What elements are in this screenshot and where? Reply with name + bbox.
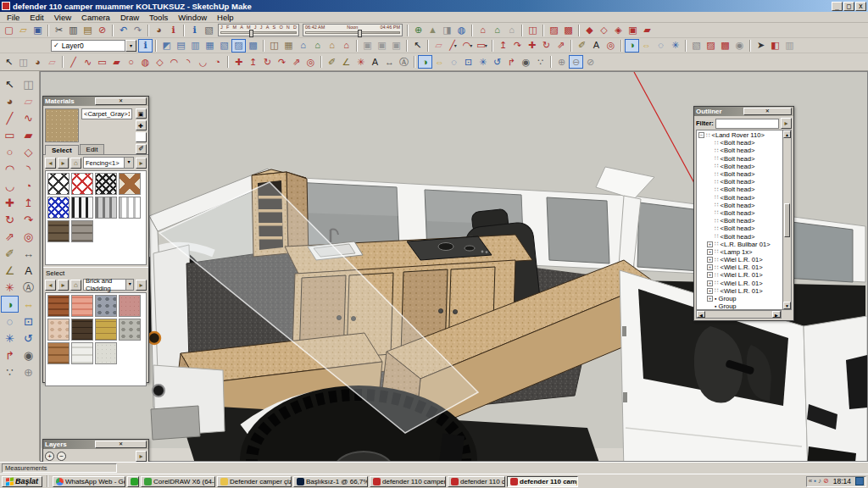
eraser-icon[interactable]: ▱: [431, 39, 446, 53]
menu-edit[interactable]: Edit: [25, 13, 48, 22]
close-button[interactable]: x: [855, 2, 866, 11]
material-swatch-white-lattice[interactable]: [47, 173, 70, 195]
chevron-down-icon[interactable]: ▾: [485, 42, 487, 48]
material-swatch-stone-rose[interactable]: [119, 295, 141, 317]
make-component-icon[interactable]: ◫: [19, 75, 37, 92]
instructor-icon[interactable]: ◉: [732, 39, 747, 53]
outliner-item[interactable]: +∷<Wiel L.R. 01>: [697, 287, 782, 295]
material-swatch-metal-fence[interactable]: [71, 197, 93, 219]
3d-warehouse-icon[interactable]: ⌂: [339, 39, 353, 53]
material-swatch-brick-pink[interactable]: [71, 295, 93, 317]
polygon-icon[interactable]: ◇: [153, 55, 167, 69]
line-icon[interactable]: ╱: [1, 109, 19, 126]
offset-icon[interactable]: ◎: [19, 228, 37, 245]
toggle-terrain-icon[interactable]: ▲: [426, 24, 440, 37]
axes-icon[interactable]: ✳: [1, 279, 19, 296]
view-right-icon[interactable]: ▦: [203, 39, 217, 53]
add-layer-icon[interactable]: +: [45, 452, 54, 461]
walk-icon[interactable]: ∵: [1, 363, 19, 380]
remove-layer-icon[interactable]: −: [57, 452, 66, 461]
menu-window[interactable]: Window: [173, 13, 212, 22]
select-icon[interactable]: ↖: [2, 55, 16, 69]
three-point-arc-icon[interactable]: ◡: [196, 55, 210, 69]
set-default-material-icon[interactable]: [136, 132, 147, 142]
chevron-down-icon[interactable]: ▾: [125, 280, 133, 290]
eraser-icon[interactable]: ▱: [19, 92, 37, 109]
scale-icon[interactable]: ⇗: [1, 228, 19, 245]
outliner-item[interactable]: +∷<L.R. Bullbar 01>: [697, 241, 782, 248]
erase-icon[interactable]: ⊘: [95, 24, 109, 37]
move-icon[interactable]: ✚: [231, 55, 246, 69]
taskbar-button-sketchup[interactable]: defender 110 camper mu...: [448, 476, 505, 487]
two-point-arc-icon[interactable]: ◝: [181, 55, 196, 69]
material-preview-thumbnail[interactable]: [45, 108, 79, 142]
materials-close-icon[interactable]: ✕: [95, 97, 147, 105]
zoom-window-icon[interactable]: ⊡: [461, 55, 476, 69]
details-arrow-icon[interactable]: ▸: [136, 280, 147, 291]
outliner-item[interactable]: ∷<Bolt head>: [697, 225, 782, 232]
model-info-icon[interactable]: ℹ: [166, 24, 181, 37]
zoom-extents-icon[interactable]: ✳: [476, 55, 490, 69]
material-swatch-wood-cross[interactable]: [119, 173, 141, 195]
components-icon[interactable]: ▦: [281, 39, 296, 53]
rotate-icon[interactable]: ↻: [260, 55, 275, 69]
move-icon[interactable]: ✚: [1, 194, 19, 211]
protractor-icon[interactable]: ∠: [1, 262, 19, 279]
mute-indicator-icon[interactable]: ⊘: [823, 478, 829, 485]
offset-icon[interactable]: ◎: [604, 39, 618, 53]
paint-bucket-icon[interactable]: ◕: [1, 92, 19, 109]
layers-close-icon[interactable]: ✕: [95, 441, 147, 448]
start-button[interactable]: Başlat: [2, 476, 42, 487]
outliner-item[interactable]: ∷<Bolt head>: [697, 163, 782, 170]
3d-text-icon[interactable]: Ⓐ: [19, 279, 37, 296]
outliner-item[interactable]: +∷<Wiel L.R. 01>: [697, 256, 782, 263]
menu-help[interactable]: Help: [212, 13, 239, 22]
taskbar-button-chrome[interactable]: WhatsApp Web - Google...: [53, 476, 125, 487]
rectangle-icon[interactable]: ▭▾: [475, 39, 489, 53]
new-icon[interactable]: ▢: [2, 24, 16, 37]
sandbox-stamp-icon[interactable]: ▣: [626, 24, 640, 37]
taskbar-button-folder[interactable]: Defender camper çizim: [217, 476, 292, 487]
material-swatch-cobblestone-gray[interactable]: [95, 295, 117, 317]
collection-dropdown-2[interactable]: Brick and Cladding ▾: [83, 279, 134, 291]
material-swatch-chainlink-black[interactable]: [95, 173, 117, 195]
outliner-item[interactable]: ∷<Bolt head>: [697, 178, 782, 186]
tree-expander-icon[interactable]: +: [707, 280, 713, 286]
orbit-icon[interactable]: ◑: [1, 296, 19, 313]
layers-title-bar[interactable]: Layers ✕: [43, 440, 148, 449]
follow-me-icon[interactable]: ↷: [275, 55, 289, 69]
details-arrow-icon[interactable]: ▸: [781, 118, 792, 129]
material-swatch-brick-tan[interactable]: [95, 319, 117, 341]
photo-match-edit-icon[interactable]: ▩: [718, 39, 732, 53]
section-display-icon[interactable]: ⊖: [569, 55, 583, 69]
interact-icon[interactable]: ➤: [754, 39, 768, 53]
outliner-item[interactable]: ▪Group: [697, 302, 782, 309]
rotated-rectangle-icon[interactable]: ▰: [19, 126, 37, 143]
material-swatch-siding-white[interactable]: [71, 342, 93, 364]
position-camera-icon[interactable]: ↱: [1, 347, 19, 363]
shadow-toggle-icon[interactable]: ▧: [202, 24, 216, 37]
outliner-item[interactable]: ∷<Bolt head>: [697, 147, 782, 154]
outliner-item[interactable]: ∷<Bolt head>: [697, 209, 782, 217]
outliner-item[interactable]: +∷<Wiel L.R. 01>: [697, 263, 782, 271]
solid-subtract-icon[interactable]: ▣: [389, 39, 403, 53]
shadow-date-slider[interactable]: JFMAMJJASOND: [218, 24, 299, 36]
network-icon[interactable]: ▪: [814, 478, 816, 485]
material-swatch-wood-planks-dark[interactable]: [47, 220, 70, 242]
cut-icon[interactable]: ✂: [52, 24, 66, 37]
outliner-item[interactable]: ∷<Bolt head>: [697, 202, 782, 209]
taskbar-button-green[interactable]: [127, 476, 139, 487]
outliner-horizontal-scrollbar[interactable]: ◀ ▶: [696, 310, 782, 319]
section-plane-icon[interactable]: ⊕: [554, 55, 569, 69]
forward-icon[interactable]: ▸: [58, 158, 69, 169]
share-component-icon[interactable]: ⌂: [504, 24, 519, 37]
scroll-left-icon[interactable]: ◀: [697, 311, 705, 318]
taskbar-button-sketchup[interactable]: defender 110 camper...: [507, 476, 578, 487]
pie-icon[interactable]: ◔: [210, 55, 225, 69]
move-icon[interactable]: ✚: [525, 39, 539, 53]
look-around-icon[interactable]: ◉: [519, 55, 533, 69]
dimension-icon[interactable]: ↔: [19, 245, 37, 262]
layer-dropdown[interactable]: ✓Layer0▾: [51, 40, 136, 52]
rotated-rectangle-icon[interactable]: ▰: [109, 55, 124, 69]
minimize-button[interactable]: _: [832, 2, 843, 11]
